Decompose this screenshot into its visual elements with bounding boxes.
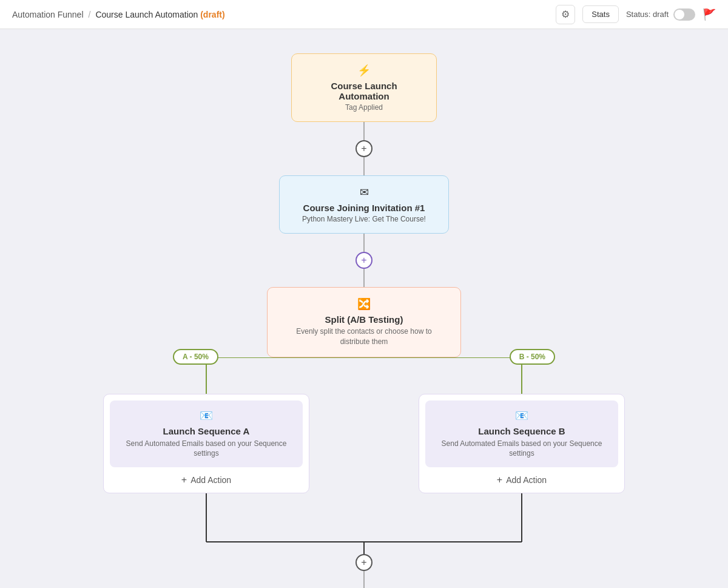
- split-node[interactable]: 🔀 Split (A/B Testing) Evenly split the c…: [267, 287, 461, 357]
- sequence-a-icon: 📧: [120, 409, 293, 422]
- flag-icon[interactable]: 🚩: [703, 8, 716, 21]
- sequence-a-subtitle: Send Automated Emails based on your Sequ…: [120, 439, 293, 459]
- trigger-subtitle: Tag Applied: [306, 103, 422, 112]
- status-label: Status: draft: [626, 10, 669, 19]
- connector-line-2: [363, 157, 365, 175]
- header: Automation Funnel / Course Launch Automa…: [0, 0, 728, 29]
- split-icon: 🔀: [282, 297, 446, 311]
- split-subtitle: Evenly split the contacts or choose how …: [282, 326, 446, 347]
- split-node-wrapper: 🔀 Split (A/B Testing) Evenly split the c…: [267, 287, 461, 357]
- sequence-a-inner: 📧 Launch Sequence A Send Automated Email…: [110, 400, 303, 468]
- email-icon: ✉: [294, 186, 434, 199]
- add-step-btn-3[interactable]: +: [356, 554, 372, 571]
- add-step-btn-2[interactable]: +: [356, 252, 372, 269]
- breadcrumb-separator: /: [89, 10, 91, 19]
- email-node[interactable]: ✉ Course Joining Invitation #1 Python Ma…: [279, 175, 449, 234]
- connector-line-5: [363, 571, 365, 588]
- trigger-title: Course Launch Automation: [306, 81, 422, 101]
- connector-line-1: [363, 122, 365, 140]
- merge-svg: [103, 493, 625, 554]
- trigger-node-wrapper: ⚡ Course Launch Automation Tag Applied +: [291, 53, 437, 175]
- stats-button[interactable]: Stats: [582, 5, 619, 23]
- breadcrumb-current: Course Launch Automation (draft): [95, 10, 224, 19]
- sequence-a-title: Launch Sequence A: [120, 426, 293, 436]
- sequence-b-subtitle: Send Automated Emails based on your Sequ…: [435, 439, 608, 459]
- sequence-cards-row: 📧 Launch Sequence A Send Automated Email…: [103, 394, 625, 494]
- gear-icon: ⚙: [561, 8, 570, 20]
- split-title: Split (A/B Testing): [282, 314, 446, 325]
- breadcrumb: Automation Funnel / Course Launch Automa…: [12, 10, 225, 19]
- email-subtitle: Python Mastery Live: Get The Course!: [294, 215, 434, 223]
- plus-icon-a: +: [181, 475, 187, 485]
- branch-b-label[interactable]: B - 50%: [510, 349, 555, 365]
- merge-plus-wrapper: +: [356, 554, 372, 588]
- email-title: Course Joining Invitation #1: [294, 203, 434, 213]
- sequence-b-icon: 📧: [435, 409, 608, 422]
- draft-badge: (draft): [200, 10, 224, 19]
- connector-line-4: [363, 269, 365, 287]
- sequence-b-add-action[interactable]: + Add Action: [419, 467, 624, 493]
- branch-a-label[interactable]: A - 50%: [173, 349, 218, 365]
- add-step-btn-1[interactable]: +: [356, 140, 372, 157]
- connector-line-3: [363, 234, 365, 252]
- gear-button[interactable]: ⚙: [556, 5, 575, 24]
- sequence-b-title: Launch Sequence B: [435, 426, 608, 436]
- status-toggle[interactable]: [673, 8, 695, 21]
- sequence-b-card[interactable]: 📧 Launch Sequence B Send Automated Email…: [419, 394, 625, 494]
- branch-svg-container: A - 50% B - 50%: [103, 357, 625, 394]
- sequence-b-inner: 📧 Launch Sequence B Send Automated Email…: [425, 400, 618, 468]
- canvas: ⚡ Course Launch Automation Tag Applied +…: [0, 29, 728, 588]
- plus-icon-b: +: [497, 475, 502, 485]
- status-area: Status: draft: [626, 8, 695, 21]
- email-node-wrapper: ✉ Course Joining Invitation #1 Python Ma…: [279, 175, 449, 287]
- trigger-node[interactable]: ⚡ Course Launch Automation Tag Applied: [291, 53, 437, 122]
- breadcrumb-parent[interactable]: Automation Funnel: [12, 10, 84, 19]
- trigger-icon: ⚡: [306, 64, 422, 77]
- sequence-a-card[interactable]: 📧 Launch Sequence A Send Automated Email…: [103, 394, 309, 494]
- sequence-a-add-action[interactable]: + Add Action: [104, 467, 309, 493]
- header-actions: ⚙ Stats Status: draft 🚩: [556, 5, 716, 24]
- merge-svg-container: [103, 493, 625, 554]
